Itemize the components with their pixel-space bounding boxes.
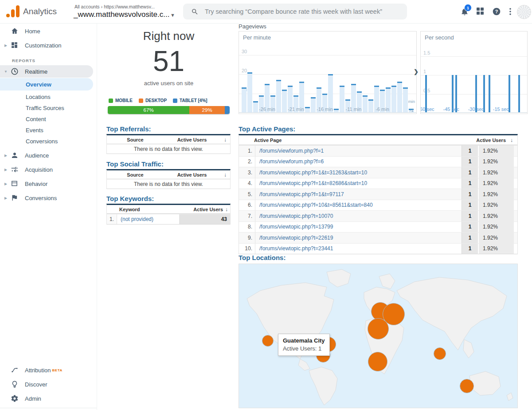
sidebar-item-audience[interactable]: ▶ Audience	[0, 150, 97, 161]
pageviews-minute-bar-cap	[247, 72, 252, 74]
location-circle[interactable]	[434, 347, 446, 360]
property-selector[interactable]: _www.matthewsvolvosite.c...	[74, 10, 169, 19]
sidebar-item-customization[interactable]: ▶ Customization	[0, 40, 97, 51]
breadcrumb-site[interactable]: https://www.matthewsv...	[104, 4, 155, 9]
pageviews-minute-bar-cap	[374, 86, 379, 87]
column-header-active-users[interactable]: Active Users	[476, 138, 506, 143]
sidebar-item-behavior[interactable]: ▶ Behavior	[0, 178, 97, 189]
pageviews-minute-bar[interactable]	[391, 86, 396, 113]
x-axis-tick: -30 sec	[468, 106, 484, 112]
help-icon[interactable]: ?	[492, 7, 501, 16]
pageviews-minute-bar[interactable]	[276, 80, 281, 113]
pageviews-minute-bar[interactable]	[340, 86, 344, 113]
expand-down-icon[interactable]: ▼	[4, 70, 8, 74]
sidebar-item-acquisition[interactable]: ▶ Acquisition	[0, 164, 97, 175]
pageviews-second-bar[interactable]	[518, 75, 520, 113]
expand-right-icon[interactable]: ▶	[4, 182, 8, 186]
active-users-value: 1	[462, 146, 479, 156]
column-header-source[interactable]: Source	[107, 137, 164, 142]
pageviews-minute-bar[interactable]	[253, 101, 258, 113]
column-header-source[interactable]: Source	[107, 172, 164, 177]
sidebar-item-content[interactable]: Content	[0, 114, 97, 124]
per-second-title: Per second	[425, 34, 454, 41]
column-header-keyword[interactable]: Keyword	[107, 207, 140, 212]
active-page-link[interactable]: /forums/viewtopic.php?f=1&t=82686&start=…	[255, 178, 462, 189]
sort-descending-icon[interactable]: ↓	[506, 137, 517, 143]
sidebar-item-realtime[interactable]: ▼ Realtime	[0, 65, 93, 78]
sidebar-item-admin[interactable]: Admin	[0, 393, 97, 404]
location-circle[interactable]	[368, 352, 387, 371]
chart-panel-expand-chevron-icon[interactable]: ❯	[414, 68, 419, 75]
sidebar-item-attribution[interactable]: Attribution BETA	[0, 365, 97, 375]
avatar[interactable]	[517, 5, 531, 19]
pageviews-minute-bar[interactable]	[247, 72, 252, 113]
active-page-link[interactable]: /forums/viewtopic.php?t=10070	[255, 211, 462, 221]
active-page-link[interactable]: /forums/viewtopic.php?t=22619	[255, 233, 462, 243]
sort-descending-icon[interactable]: ↓	[223, 206, 230, 213]
sidebar-item-label: Realtime	[25, 68, 47, 75]
x-axis-tick: -16 min	[317, 106, 333, 112]
product-name: Analytics	[23, 7, 57, 16]
tooltip-active-users: Active Users: 1	[283, 345, 325, 352]
keyword-link[interactable]: (not provided)	[117, 216, 179, 222]
pageviews-minute-bar[interactable]	[397, 82, 402, 113]
pageviews-minute-bar[interactable]	[242, 87, 246, 113]
device-bar-segment	[225, 106, 230, 114]
active-page-link[interactable]: /forums/viewforum.php?f=6	[255, 157, 462, 167]
pageviews-minute-bar-cap	[351, 84, 356, 85]
sidebar-item-locations[interactable]: Locations	[0, 91, 97, 102]
location-circle[interactable]	[262, 335, 274, 347]
pageviews-minute-bar-cap	[299, 82, 304, 83]
notifications-bell-icon[interactable]: 1	[460, 7, 469, 16]
active-page-link[interactable]: /forums/viewtopic.php?f=10&t=85611&start…	[255, 200, 462, 211]
column-header-active-users[interactable]: Active Users	[193, 207, 223, 212]
pageviews-second-bar[interactable]	[489, 75, 490, 113]
active-page-link[interactable]: /forums/viewtopic.php?f=1&t=97117	[255, 189, 462, 200]
active-page-link[interactable]: /forums/viewtopic.php?f=1&t=31263&start=…	[255, 167, 462, 178]
pageviews-minute-bar[interactable]	[368, 99, 373, 113]
person-icon	[11, 151, 19, 159]
active-users-percent: 1.92%	[479, 189, 514, 200]
sort-descending-icon[interactable]: ↓	[220, 172, 230, 178]
device-legend: MOBILE DESKTOP TABLET [4%]	[108, 98, 230, 103]
y-axis-tick: 1.5	[423, 50, 430, 55]
sidebar-item-realtime-conversions[interactable]: Conversions	[0, 136, 97, 146]
active-users-value: 1	[462, 178, 479, 189]
column-header-active-page[interactable]: Active Page	[239, 138, 282, 143]
column-header-active-users[interactable]: Active Users	[164, 137, 220, 142]
active-page-link[interactable]: /forums/viewforum.php?f=1	[255, 146, 462, 156]
sidebar-item-events[interactable]: Events	[0, 125, 97, 135]
breadcrumb-account[interactable]: All accounts	[74, 4, 100, 9]
apps-grid-icon[interactable]	[476, 7, 485, 16]
sidebar-item-conversions[interactable]: ▶ Conversions	[0, 193, 97, 203]
sort-descending-icon[interactable]: ↓	[220, 137, 230, 143]
pageviews-minute-bar[interactable]	[282, 90, 287, 113]
column-header-active-users[interactable]: Active Users	[164, 172, 220, 177]
sidebar-item-overview[interactable]: Overview	[0, 78, 93, 91]
chevron-down-icon[interactable]: ▼	[170, 12, 175, 18]
tablet-swatch	[173, 99, 177, 103]
search-input[interactable]: Try searching “Compare bounce rate this …	[183, 4, 407, 20]
pageviews-per-minute-chart: Per minute 102030-26 min-21 min-16 min-1…	[239, 31, 417, 114]
location-circle[interactable]	[368, 318, 389, 339]
expand-right-icon[interactable]: ▶	[4, 43, 8, 47]
beta-badge: BETA	[52, 368, 63, 372]
pageviews-minute-bar-cap	[345, 99, 350, 101]
top-referrals-section: Top Referrals: Source Active Users ↓ The…	[106, 125, 231, 154]
sidebar-item-discover[interactable]: Discover	[0, 379, 97, 390]
location-circle[interactable]	[460, 379, 474, 393]
active-page-link[interactable]: /forums/viewtopic.php?t=23441	[255, 244, 462, 254]
sidebar-item-traffic-sources[interactable]: Traffic Sources	[0, 102, 97, 113]
expand-right-icon[interactable]: ▶	[4, 196, 8, 200]
analytics-logo-icon[interactable]	[6, 5, 20, 18]
expand-right-icon[interactable]: ▶	[4, 168, 8, 172]
expand-right-icon[interactable]: ▶	[4, 154, 8, 158]
pageviews-minute-bar[interactable]	[403, 87, 408, 113]
x-axis-tick: -45 sec	[443, 106, 459, 112]
more-vertical-icon[interactable]	[507, 7, 513, 16]
active-page-table-row: 4./forums/viewtopic.php?f=1&t=82686&star…	[239, 178, 517, 189]
sidebar-item-home[interactable]: Home	[0, 26, 97, 36]
active-page-link[interactable]: /forums/viewtopic.php?t=13799	[255, 222, 462, 233]
pageviews-minute-bar[interactable]	[363, 95, 368, 113]
pageviews-minute-bar[interactable]	[311, 97, 316, 113]
